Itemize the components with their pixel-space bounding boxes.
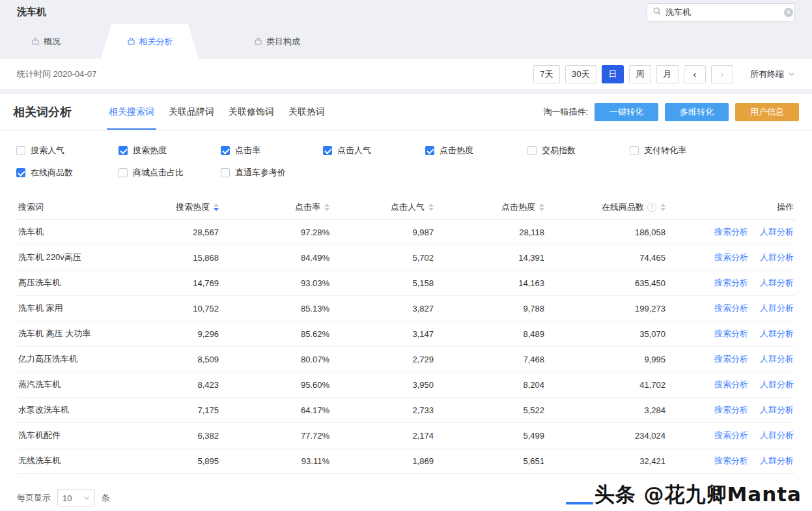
value-cell: 234,024 <box>546 431 667 441</box>
action-link-人群分析[interactable]: 人群分析 <box>760 379 794 390</box>
action-link-人群分析[interactable]: 人群分析 <box>760 302 794 314</box>
filter-交易指数[interactable]: 交易指数 <box>527 145 630 156</box>
checkbox-unchecked[interactable] <box>221 168 230 177</box>
value-cell: 35,070 <box>546 329 667 339</box>
table-row: 高压洗车机14,76993.03%5,15814,163635,450搜索分析人… <box>17 270 795 296</box>
action-link-搜索分析[interactable]: 搜索分析 <box>714 353 748 365</box>
action-link-人群分析[interactable]: 人群分析 <box>760 455 794 467</box>
top-bar: 洗车机 ✕ <box>0 0 812 24</box>
search-input[interactable] <box>665 7 780 17</box>
action-link-搜索分析[interactable]: 搜索分析 <box>714 252 748 263</box>
checkbox-unchecked[interactable] <box>630 146 639 155</box>
sort-desc-icon[interactable] <box>324 208 329 211</box>
actions-cell: 搜索分析人群分析 <box>667 353 795 365</box>
filter-支付转化率[interactable]: 支付转化率 <box>630 145 732 156</box>
sort-desc-icon[interactable] <box>660 208 665 211</box>
period-button-月[interactable]: 月 <box>656 65 679 83</box>
per-page-select[interactable]: 10 <box>57 489 95 506</box>
checkbox-unchecked[interactable] <box>16 146 25 155</box>
nav-tab-相关分析[interactable]: 相关分析 <box>101 24 199 59</box>
value-cell: 5,702 <box>331 253 435 263</box>
period-button-周[interactable]: 周 <box>629 65 651 83</box>
plugin-button-多维转化[interactable]: 多维转化 <box>665 103 729 121</box>
checkbox-unchecked[interactable] <box>527 146 537 155</box>
action-link-搜索分析[interactable]: 搜索分析 <box>714 302 748 314</box>
sort-asc-icon[interactable] <box>539 203 544 207</box>
action-link-人群分析[interactable]: 人群分析 <box>760 252 794 263</box>
bag-icon <box>31 37 40 46</box>
action-link-人群分析[interactable]: 人群分析 <box>760 328 794 340</box>
sort-control[interactable] <box>428 203 434 211</box>
filter-直通车参考价[interactable]: 直通车参考价 <box>221 167 323 179</box>
action-link-搜索分析[interactable]: 搜索分析 <box>714 277 748 289</box>
panel-tab-相关搜索词[interactable]: 相关搜索词 <box>102 94 161 130</box>
search-box[interactable]: ✕ <box>647 3 795 22</box>
value-cell: 635,450 <box>546 278 667 288</box>
panel-tab-关联热词[interactable]: 关联热词 <box>281 94 332 130</box>
sort-asc-icon[interactable] <box>324 203 329 207</box>
value-cell: 3,827 <box>331 304 435 314</box>
sort-control[interactable] <box>214 203 219 211</box>
action-link-搜索分析[interactable]: 搜索分析 <box>714 430 748 441</box>
action-link-搜索分析[interactable]: 搜索分析 <box>714 328 748 340</box>
sort-desc-icon[interactable] <box>428 208 434 211</box>
checkbox-checked[interactable] <box>425 146 434 155</box>
value-cell: 8,489 <box>435 329 546 339</box>
sort-asc-icon[interactable] <box>428 203 434 207</box>
prev-button[interactable]: ‹ <box>684 65 706 83</box>
terminal-dropdown[interactable]: 所有终端 <box>750 68 795 80</box>
action-link-人群分析[interactable]: 人群分析 <box>760 277 794 289</box>
value-cell: 3,284 <box>546 405 667 415</box>
filter-label: 点击人气 <box>337 145 371 156</box>
keyword-cell: 洗车机 高压 大功率 <box>17 328 147 340</box>
column-header-点击率[interactable]: 点击率 <box>220 201 331 213</box>
sort-control[interactable] <box>324 203 329 211</box>
metric-filters: 搜索人气搜索热度点击率点击人气点击热度交易指数支付转化率 在线商品数商城点击占比… <box>0 130 812 193</box>
action-link-搜索分析[interactable]: 搜索分析 <box>714 455 748 467</box>
column-header-点击热度[interactable]: 点击热度 <box>435 201 546 213</box>
action-link-搜索分析[interactable]: 搜索分析 <box>714 226 748 238</box>
column-header-搜索热度[interactable]: 搜索热度 <box>147 201 220 213</box>
period-button-日[interactable]: 日 <box>602 65 624 83</box>
filter-搜索人气[interactable]: 搜索人气 <box>16 145 119 156</box>
plugin-label: 淘一猫插件: <box>543 106 588 118</box>
action-link-人群分析[interactable]: 人群分析 <box>760 404 794 416</box>
checkbox-unchecked[interactable] <box>119 168 128 177</box>
action-link-人群分析[interactable]: 人群分析 <box>760 353 794 365</box>
column-header-点击人气[interactable]: 点击人气 <box>331 201 435 213</box>
filter-点击人气[interactable]: 点击人气 <box>323 145 425 156</box>
sort-asc-icon[interactable] <box>660 203 665 207</box>
action-link-搜索分析[interactable]: 搜索分析 <box>714 404 748 416</box>
nav-tab-类目构成[interactable]: 类目构成 <box>230 24 324 59</box>
filter-点击热度[interactable]: 点击热度 <box>425 145 527 156</box>
filter-点击率[interactable]: 点击率 <box>221 145 323 156</box>
nav-tab-概况[interactable]: 概况 <box>12 24 80 59</box>
sort-control[interactable] <box>539 203 544 211</box>
panel-tab-关联修饰词[interactable]: 关联修饰词 <box>221 94 281 130</box>
checkbox-checked[interactable] <box>119 146 128 155</box>
checkbox-checked[interactable] <box>323 146 332 155</box>
panel-header: 相关词分析 相关搜索词关联品牌词关联修饰词关联热词 淘一猫插件: 一键转化多维转… <box>0 94 812 130</box>
checkbox-checked[interactable] <box>221 146 230 155</box>
bag-icon <box>127 37 135 46</box>
action-link-人群分析[interactable]: 人群分析 <box>760 226 794 238</box>
filter-商城点击占比[interactable]: 商城点击占比 <box>119 167 221 179</box>
plugin-button-用户信息[interactable]: 用户信息 <box>735 103 799 121</box>
action-link-人群分析[interactable]: 人群分析 <box>760 430 794 441</box>
action-link-搜索分析[interactable]: 搜索分析 <box>714 379 748 390</box>
sort-control[interactable] <box>660 203 665 211</box>
help-icon[interactable]: ? <box>647 203 656 212</box>
period-button-7天[interactable]: 7天 <box>533 65 560 83</box>
period-button-30天[interactable]: 30天 <box>565 65 596 83</box>
checkbox-checked[interactable] <box>16 168 25 177</box>
clear-search-icon[interactable]: ✕ <box>784 8 793 17</box>
filter-在线商品数[interactable]: 在线商品数 <box>16 167 119 179</box>
sort-desc-icon[interactable] <box>539 208 544 211</box>
column-header-在线商品数[interactable]: 在线商品数? <box>546 201 667 213</box>
sort-asc-icon[interactable] <box>214 203 219 207</box>
plugin-button-一键转化[interactable]: 一键转化 <box>595 103 658 121</box>
filter-label: 直通车参考价 <box>235 167 286 179</box>
sort-desc-icon[interactable] <box>214 208 219 211</box>
filter-搜索热度[interactable]: 搜索热度 <box>119 145 221 156</box>
panel-tab-关联品牌词[interactable]: 关联品牌词 <box>161 94 221 130</box>
